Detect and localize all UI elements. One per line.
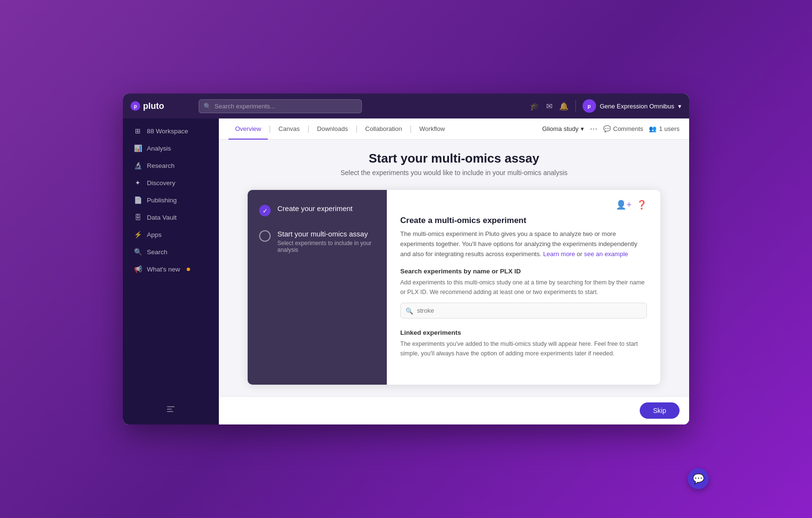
section-title: Create a multi-omics experiment xyxy=(400,216,647,225)
sidebar-item-apps[interactable]: ⚡ Apps xyxy=(126,226,216,243)
tab-workflow[interactable]: Workflow xyxy=(413,118,452,140)
page-title: Start your multi-omics assay xyxy=(369,151,539,166)
right-panel: 👤+ ❓ Create a multi-omics experiment The… xyxy=(387,190,660,385)
comments-label: Comments xyxy=(613,125,644,132)
sidebar-item-search[interactable]: 🔍 Search xyxy=(126,244,216,260)
tab-collaboration[interactable]: Collaboration xyxy=(358,118,409,140)
learn-more-link[interactable]: Learn more xyxy=(543,250,575,258)
content-area: Overview | Canvas | Downloads | Collabor… xyxy=(219,118,689,424)
svg-rect-2 xyxy=(167,411,173,412)
svg-rect-1 xyxy=(167,409,172,410)
sidebar-item-workspace[interactable]: ⊞ 88 Workspace xyxy=(126,123,216,139)
users-label: 1 users xyxy=(659,125,680,132)
sub-nav-right: Glioma study ▾ ⋯ 💬 Comments 👥 1 users xyxy=(542,124,680,133)
bell-icon[interactable]: 🔔 xyxy=(559,102,569,111)
step-check-icon: ✓ xyxy=(259,205,271,216)
divider: | xyxy=(269,125,271,133)
bottom-bar: Skip xyxy=(219,396,689,424)
step-radio-icon xyxy=(259,230,271,242)
user-badge[interactable]: p Gene Expression Omnibus ▾ xyxy=(583,99,681,113)
study-name-text: Glioma study xyxy=(542,125,579,132)
sidebar-item-label: Analysis xyxy=(147,145,171,152)
search-icon: 🔍 xyxy=(203,103,211,110)
sidebar-item-label: Apps xyxy=(147,231,162,238)
notification-dot xyxy=(187,268,190,271)
tab-canvas[interactable]: Canvas xyxy=(272,118,306,140)
experiment-search-input[interactable] xyxy=(400,303,647,318)
sidebar-item-data-vault[interactable]: 🗄 Data Vault xyxy=(126,209,216,225)
search-input[interactable] xyxy=(199,99,362,113)
skip-button[interactable]: Skip xyxy=(640,402,680,419)
search-input-icon: 🔍 xyxy=(406,307,413,314)
step-label-wrap: Start your multi-omics assay Select expe… xyxy=(277,230,375,253)
research-icon: 🔬 xyxy=(133,162,142,169)
svg-rect-0 xyxy=(167,406,175,407)
logo: p pluto xyxy=(131,101,193,111)
page-subtitle: Select the experiments you would like to… xyxy=(340,169,567,177)
sidebar-item-label: 88 Workspace xyxy=(147,128,188,135)
search-nav-icon: 🔍 xyxy=(133,248,142,256)
workspace-icon: ⊞ xyxy=(133,127,142,135)
chevron-down-icon: ▾ xyxy=(581,125,584,132)
step-label-wrap: Create your experiment xyxy=(277,204,353,212)
graduation-icon[interactable]: 🎓 xyxy=(530,102,539,111)
sidebar-item-publishing[interactable]: 📄 Publishing xyxy=(126,192,216,208)
divider: | xyxy=(410,125,412,133)
sidebar-item-whats-new[interactable]: 📢 What's new xyxy=(126,261,216,277)
more-options-button[interactable]: ⋯ xyxy=(590,124,597,133)
sidebar: ⊞ 88 Workspace 📊 Analysis 🔬 Research ✦ D… xyxy=(123,118,219,424)
linked-section-desc: The experiments you've added to the mult… xyxy=(400,339,647,358)
step-start-assay: Start your multi-omics assay Select expe… xyxy=(259,230,375,253)
discovery-icon: ✦ xyxy=(133,179,142,187)
top-right: 🎓 ✉ 🔔 p Gene Expression Omnibus ▾ xyxy=(530,99,681,113)
step-create-experiment: ✓ Create your experiment xyxy=(259,204,375,216)
sidebar-item-label: Data Vault xyxy=(147,214,177,221)
chevron-down-icon: ▾ xyxy=(678,103,681,110)
divider: | xyxy=(307,125,309,133)
avatar: p xyxy=(583,99,596,113)
main-area: ⊞ 88 Workspace 📊 Analysis 🔬 Research ✦ D… xyxy=(123,118,689,424)
see-example-link[interactable]: see an example xyxy=(584,250,628,258)
sidebar-bottom xyxy=(123,398,219,421)
users-icon: 👥 xyxy=(649,125,657,132)
sidebar-item-label: What's new xyxy=(147,266,180,273)
user-name: Gene Expression Omnibus xyxy=(600,103,674,110)
collapse-sidebar-button[interactable] xyxy=(126,401,216,417)
comments-button[interactable]: 💬 Comments xyxy=(603,125,644,132)
tab-overview[interactable]: Overview xyxy=(228,118,268,140)
study-name[interactable]: Glioma study ▾ xyxy=(542,125,584,132)
analysis-icon: 📊 xyxy=(133,144,142,152)
apps-icon: ⚡ xyxy=(133,231,142,238)
divider: | xyxy=(356,125,358,133)
two-panel: ✓ Create your experiment Start your mult… xyxy=(248,190,660,385)
sidebar-item-label: Discovery xyxy=(147,179,175,187)
tab-downloads[interactable]: Downloads xyxy=(310,118,355,140)
experiment-search-wrap: 🔍 xyxy=(400,303,647,318)
divider xyxy=(575,100,576,112)
users-button[interactable]: 👥 1 users xyxy=(649,125,680,132)
search-section-desc: Add experiments to this multi-omics stud… xyxy=(400,278,647,297)
linked-section-label: Linked experiments xyxy=(400,329,647,336)
panel-icons-row: 👤+ ❓ xyxy=(400,200,647,210)
search-bar[interactable]: 🔍 xyxy=(199,99,362,113)
chat-button[interactable]: 💬 xyxy=(688,468,709,489)
search-section-label: Search experiments by name or PLX ID xyxy=(400,268,647,275)
whats-new-icon: 📢 xyxy=(133,265,142,273)
add-user-icon[interactable]: 👤+ xyxy=(616,200,632,210)
help-icon[interactable]: ❓ xyxy=(636,200,647,210)
step-sublabel: Select experiments to include in your an… xyxy=(277,240,375,253)
step-label: Start your multi-omics assay xyxy=(277,230,375,238)
logo-text: pluto xyxy=(143,101,164,111)
section-desc: The multi-omics experiment in Pluto give… xyxy=(400,229,647,259)
sidebar-item-label: Research xyxy=(147,162,175,169)
sidebar-item-research[interactable]: 🔬 Research xyxy=(126,157,216,174)
mail-icon[interactable]: ✉ xyxy=(546,102,552,111)
step-label: Create your experiment xyxy=(277,204,353,212)
logo-icon: p xyxy=(131,101,140,111)
sidebar-item-discovery[interactable]: ✦ Discovery xyxy=(126,175,216,191)
sidebar-item-analysis[interactable]: 📊 Analysis xyxy=(126,140,216,156)
sub-nav: Overview | Canvas | Downloads | Collabor… xyxy=(219,118,689,140)
sidebar-item-label: Search xyxy=(147,248,167,256)
comment-icon: 💬 xyxy=(603,125,611,132)
topbar: p pluto 🔍 🎓 ✉ 🔔 p Gene Expression Omnibu… xyxy=(123,94,689,118)
